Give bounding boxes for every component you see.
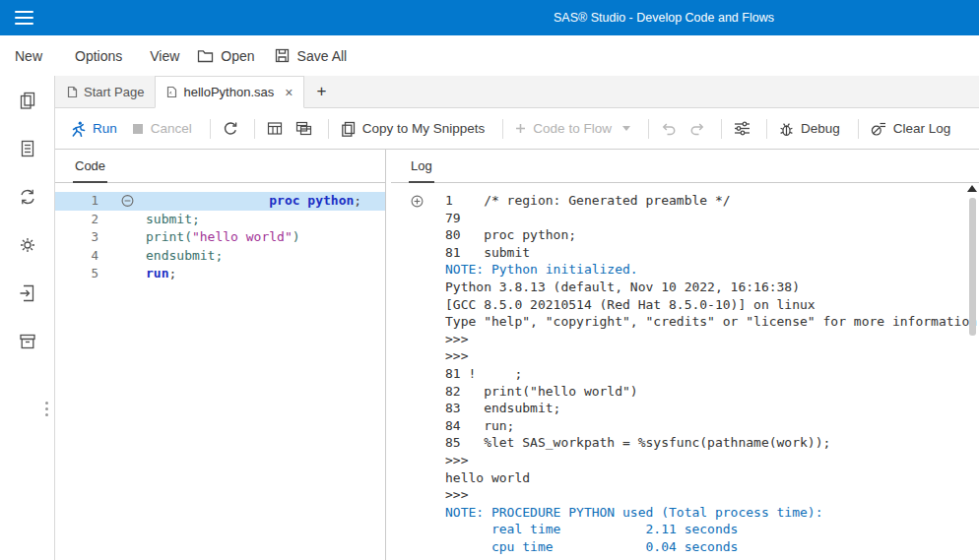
log-line: 82 print("hello world") bbox=[445, 383, 959, 401]
line-number: 5 bbox=[55, 265, 112, 283]
code-editor[interactable]: 1 proc python; 2 bbox=[55, 183, 385, 560]
view-output-data-icon[interactable] bbox=[295, 121, 312, 136]
line-number: 2 bbox=[55, 211, 112, 229]
log-pane: Log 1 /* region: Generated preamble */ 7… bbox=[391, 150, 979, 560]
undo-icon[interactable] bbox=[661, 122, 677, 136]
log-line-note: NOTE: Python initialized. bbox=[445, 261, 959, 279]
toolbar-separator bbox=[328, 119, 329, 139]
log-line: Type "help", "copyright", "credits" or "… bbox=[445, 313, 959, 331]
log-line-note: real time 2.11 seconds bbox=[445, 521, 959, 538]
code-to-flow-button[interactable]: Code to Flow bbox=[515, 121, 630, 136]
log-line: 85 %let SAS_workpath = %sysfunc(pathname… bbox=[445, 434, 959, 452]
log-line-note: NOTE: PROCEDURE PYTHON used (Total proce… bbox=[445, 504, 959, 522]
line-number: 3 bbox=[55, 228, 112, 247]
log-line: 81 submit bbox=[445, 244, 959, 262]
sync-arrows-icon[interactable] bbox=[17, 186, 38, 208]
log-line: >>> bbox=[445, 452, 959, 469]
toolbar-separator bbox=[502, 119, 503, 139]
code-text: submit; bbox=[112, 211, 385, 229]
code-line: 4 endsubmit; bbox=[55, 247, 385, 266]
tab-start-page[interactable]: Start Page bbox=[56, 76, 155, 107]
redo-icon[interactable] bbox=[689, 122, 705, 136]
code-text: endsubmit; bbox=[112, 247, 385, 266]
code-text: run; bbox=[112, 265, 385, 283]
scroll-up-icon[interactable] bbox=[967, 185, 977, 192]
log-line: 83 endsubmit; bbox=[445, 400, 959, 417]
log-viewer[interactable]: 1 /* region: Generated preamble */ 79 80… bbox=[391, 183, 979, 560]
rail-resize-handle[interactable] bbox=[45, 402, 48, 416]
editor-settings-sliders-icon[interactable] bbox=[734, 121, 751, 136]
open-files-icon[interactable] bbox=[17, 90, 38, 111]
toolbar-separator bbox=[858, 119, 859, 139]
log-line: >>> bbox=[445, 486, 959, 504]
bug-icon bbox=[779, 121, 794, 137]
tab-code[interactable]: Code bbox=[73, 158, 107, 183]
program-document-icon[interactable] bbox=[17, 138, 38, 159]
submission-history-icon[interactable] bbox=[223, 121, 238, 137]
save-all-icon bbox=[275, 48, 291, 63]
line-number: 4 bbox=[55, 247, 112, 266]
menu-save-all[interactable]: Save All bbox=[275, 48, 348, 64]
log-scrollbar[interactable] bbox=[966, 184, 978, 558]
menu-new[interactable]: New bbox=[15, 48, 42, 64]
code-line: 5 run; bbox=[55, 265, 385, 283]
run-icon bbox=[71, 121, 86, 137]
expand-icon[interactable] bbox=[411, 195, 424, 208]
left-rail bbox=[0, 76, 55, 560]
log-line: 1 /* region: Generated preamble */ bbox=[445, 192, 959, 210]
clear-log-button[interactable]: Clear Log bbox=[871, 121, 951, 137]
toolbar-separator bbox=[766, 119, 767, 139]
new-tab-button[interactable]: + bbox=[304, 76, 338, 107]
log-line: 84 run; bbox=[445, 417, 959, 435]
toolbar-separator bbox=[721, 119, 722, 139]
log-line: [GCC 8.5.0 20210514 (Red Hat 8.5.0-10)] … bbox=[445, 296, 959, 314]
toolbar-separator bbox=[254, 119, 255, 139]
document-tab-bar: Start Page helloPython.sas × + bbox=[55, 76, 979, 108]
menu-view[interactable]: View bbox=[150, 48, 179, 64]
log-line: 81 ! ; bbox=[445, 365, 959, 383]
run-button[interactable]: Run bbox=[71, 121, 117, 137]
log-line: >>> bbox=[445, 347, 959, 365]
clear-log-icon bbox=[871, 121, 886, 137]
editor-toolbar: Run Cancel bbox=[55, 108, 979, 150]
log-pane-header: Log bbox=[391, 150, 979, 183]
sas-program-icon bbox=[166, 86, 177, 98]
code-pane: Code 1 proc python; bbox=[55, 150, 386, 560]
code-line: 1 proc python; bbox=[55, 192, 385, 211]
view-table-icon[interactable] bbox=[267, 121, 283, 136]
log-line: hello world bbox=[445, 469, 959, 487]
menu-open[interactable]: Open bbox=[197, 48, 254, 64]
hamburger-menu-icon[interactable] bbox=[15, 7, 33, 29]
sas-studio-window: SAS® Studio - Develop Code and Flows New… bbox=[0, 0, 979, 560]
toolbar-separator bbox=[648, 119, 649, 139]
code-text: print("hello world") bbox=[112, 228, 385, 247]
folder-icon bbox=[197, 49, 214, 63]
cancel-button[interactable]: Cancel bbox=[132, 121, 192, 136]
code-pane-header: Code bbox=[55, 150, 385, 183]
close-tab-icon[interactable]: × bbox=[285, 86, 293, 99]
log-line: Python 3.8.13 (default, Nov 10 2022, 16:… bbox=[445, 279, 959, 296]
code-line: 2 submit; bbox=[55, 211, 385, 229]
log-line-note: cpu time 0.04 seconds bbox=[445, 538, 959, 556]
log-line: >>> bbox=[445, 331, 959, 348]
code-line: 3 print("hello world") bbox=[55, 228, 385, 247]
box-archive-icon[interactable] bbox=[17, 331, 38, 352]
debug-button[interactable]: Debug bbox=[779, 121, 840, 137]
copy-to-snippets-button[interactable]: Copy to My Snippets bbox=[341, 121, 486, 137]
log-line: 80 proc python; bbox=[445, 226, 959, 244]
scrollbar-thumb[interactable] bbox=[969, 198, 976, 336]
menu-bar: New Options View Open Save A bbox=[0, 35, 979, 76]
menu-options[interactable]: Options bbox=[75, 48, 122, 64]
stop-square-icon bbox=[132, 123, 144, 135]
log-line: 79 bbox=[445, 210, 959, 227]
tab-hellopython[interactable]: helloPython.sas × bbox=[155, 76, 304, 108]
file-export-icon[interactable] bbox=[17, 282, 38, 304]
gear-icon[interactable] bbox=[17, 234, 38, 256]
collapse-icon[interactable] bbox=[121, 195, 134, 208]
plus-icon bbox=[515, 123, 526, 134]
line-number: 1 bbox=[55, 192, 112, 211]
start-page-icon bbox=[67, 86, 78, 98]
app-title: SAS® Studio - Develop Code and Flows bbox=[554, 11, 774, 25]
copy-icon bbox=[341, 121, 356, 137]
tab-log[interactable]: Log bbox=[409, 158, 434, 183]
